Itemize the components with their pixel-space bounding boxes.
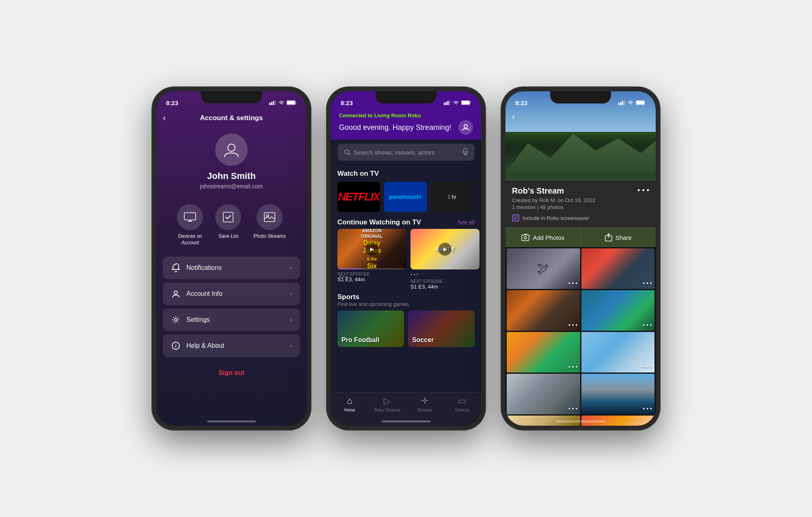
p1-back-button[interactable]: ‹ <box>163 113 166 123</box>
add-photos-icon <box>521 234 529 241</box>
status-icons-2 <box>444 100 471 105</box>
share-icon <box>605 233 612 241</box>
p2-watch-tv-section: Watch on TV NETFLIX paramount+  tv <box>331 165 481 215</box>
p2-daisy-more-button[interactable]: • • • <box>337 273 350 282</box>
p3-add-photos-button[interactable]: Add Photos <box>505 228 581 247</box>
search-icon-2 <box>344 149 350 155</box>
p3-photo-flowers-more[interactable]: • • • <box>568 364 577 370</box>
p1-savelist-label: Save List <box>218 233 238 240</box>
p1-devices-circle <box>177 204 203 230</box>
p3-photo-pigeons-more[interactable]: • • • <box>568 280 577 287</box>
p1-savelist-circle <box>215 204 241 230</box>
p3-photo-motorcycle[interactable]: • • • <box>581 248 655 289</box>
p1-photostreams-label: Photo Streams <box>253 233 285 240</box>
p2-party-card[interactable]: PARTY ▶ • • • NEXT EPISODE S1 E3, 44m <box>410 229 479 290</box>
p1-menu-notifications[interactable]: Notifications › <box>163 256 300 279</box>
p1-photostreams-circle <box>257 204 283 230</box>
p3-photo-pigeons[interactable]: • • • <box>507 248 580 289</box>
p1-menu-account-info[interactable]: Account Info › <box>163 282 300 305</box>
p2-tab-roku-channel[interactable]: ▷ Roku Channel <box>369 396 406 412</box>
p1-devices-label: Devices onAccount <box>178 233 202 246</box>
p2-netflix-card[interactable]: NETFLIX <box>337 182 380 212</box>
p1-avatar[interactable] <box>215 134 248 166</box>
p2-search-placeholder: Search shows, movies, actors <box>354 149 459 156</box>
svg-rect-31 <box>620 102 622 105</box>
p3-screensaver-checkbox[interactable]: ✓ <box>512 214 519 222</box>
battery-icon <box>287 100 297 105</box>
p3-more-options-button[interactable]: • • • <box>637 186 649 195</box>
battery-icon-3 <box>636 100 646 105</box>
p1-devices-icon-item[interactable]: Devices onAccount <box>177 204 203 246</box>
p2-user-avatar[interactable] <box>458 120 473 135</box>
p3-photo-theater-more[interactable]: • • • <box>568 322 577 328</box>
status-time-3: 8:23 <box>515 99 527 106</box>
p1-menu-help[interactable]: Help & About › <box>163 334 300 357</box>
p1-notifications-chevron: › <box>290 264 292 271</box>
p3-share-button[interactable]: Share <box>581 228 656 247</box>
settings-gear-icon <box>171 315 181 325</box>
p2-shows-row: AMAZONORIGINALDaisyJones& theSix ▶ • • •… <box>331 229 481 290</box>
help-info-icon <box>171 341 181 351</box>
checkbox-check-icon: ✓ <box>514 215 518 221</box>
p2-party-play-button[interactable]: ▶ <box>438 243 451 256</box>
status-icons-3 <box>618 100 646 105</box>
p1-menu: Notifications › Account Info › <box>156 252 307 361</box>
p1-account-info-label: Account Info <box>186 290 284 297</box>
p2-soccer-card[interactable]: Soccer <box>408 310 475 347</box>
svg-rect-20 <box>447 101 449 105</box>
home-tab-icon: ⌂ <box>347 396 352 406</box>
p3-photo-bird-more[interactable]: • • • <box>643 364 652 370</box>
p1-photostreams-icon-item[interactable]: Photo Streams <box>253 204 285 246</box>
signal-icon <box>269 100 276 105</box>
p3-screensaver-label: Include in Roku screensaver <box>523 215 589 221</box>
svg-rect-0 <box>269 103 270 105</box>
svg-rect-19 <box>446 102 447 105</box>
p1-profile-section: John Smith johnstreams@email.com <box>156 127 307 198</box>
svg-rect-7 <box>184 213 196 220</box>
account-person-icon <box>171 289 181 299</box>
p3-photo-theater[interactable]: • • • <box>507 290 580 331</box>
p2-tab-home[interactable]: ⌂ Home <box>331 396 369 412</box>
p3-photo-turtle-more[interactable]: • • • <box>643 322 652 328</box>
p3-stream-count: 1 member | 48 photos <box>512 204 649 210</box>
mic-svg <box>462 148 468 155</box>
p2-daisy-jones-card[interactable]: AMAZONORIGINALDaisyJones& theSix ▶ • • •… <box>337 229 406 290</box>
p2-tab-devices[interactable]: ▭ Devices <box>444 396 482 412</box>
p2-paramount-card[interactable]: paramount+ <box>384 182 427 212</box>
p3-photo-mountain2-more[interactable]: • • • <box>643 405 652 412</box>
p3-stream-creator: Created by Rob M. on Oct 19, 2022 <box>512 197 649 203</box>
svg-rect-27 <box>464 148 467 152</box>
p3-photo-turtle[interactable]: • • • <box>581 290 655 331</box>
p2-search-bar[interactable]: Search shows, movies, actors <box>337 144 475 161</box>
p3-photo-cat-more[interactable]: • • • <box>568 405 577 412</box>
p3-photo-flowers[interactable]: • • • <box>507 332 580 373</box>
p2-daisy-progress <box>337 268 406 269</box>
roku-channel-tab-icon: ▷ <box>384 396 391 406</box>
svg-rect-3 <box>275 100 276 105</box>
p1-user-name: John Smith <box>207 171 256 181</box>
p2-devices-tab-label: Devices <box>455 408 470 412</box>
svg-rect-10 <box>223 212 233 222</box>
p3-photo-cat[interactable]: • • • <box>507 374 580 414</box>
p1-menu-settings[interactable]: Settings › <box>163 308 300 331</box>
p1-help-chevron: › <box>290 342 292 349</box>
p2-daisy-play-button[interactable]: ▶ <box>365 243 378 256</box>
svg-point-6 <box>228 144 235 151</box>
microphone-icon[interactable] <box>462 148 468 157</box>
p1-signout-button[interactable]: Sign out <box>218 369 244 376</box>
p1-savelist-icon-item[interactable]: Save List <box>215 204 241 246</box>
svg-point-13 <box>174 291 177 294</box>
p3-screensaver-row: ✓ Include in Roku screensaver <box>512 214 649 222</box>
svg-line-26 <box>348 153 350 155</box>
p3-photo-bird[interactable]: • • • <box>581 332 655 373</box>
photo-streams-icon <box>264 212 275 222</box>
p2-football-card[interactable]: Pro Football <box>337 310 404 347</box>
p3-back-button[interactable]: ‹ <box>512 112 515 122</box>
p3-photo-mountain2[interactable]: • • • <box>581 374 655 414</box>
p2-continue-title: Continue Watching on TV <box>337 218 421 226</box>
p2-appletv-card[interactable]:  tv <box>431 182 473 212</box>
p2-tab-remote[interactable]: ✛ Remote <box>406 396 444 412</box>
svg-rect-35 <box>636 101 644 104</box>
p3-photo-motorcycle-more[interactable]: • • • <box>643 280 652 287</box>
p2-see-all-button[interactable]: See all <box>457 219 475 226</box>
